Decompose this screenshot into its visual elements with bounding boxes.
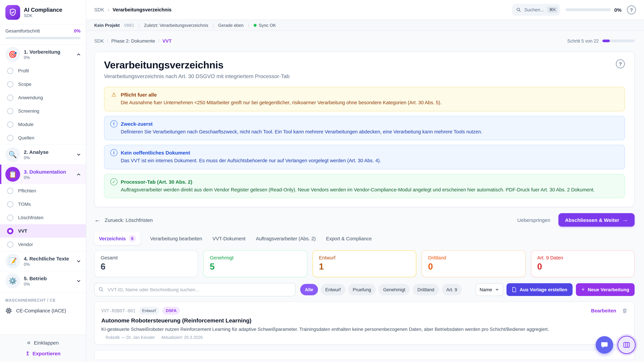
info-circle-icon: i [110,149,118,156]
page-crumb-phase[interactable]: Phase 2: Dokumente [111,38,155,43]
stat-art9: Art. 9 Daten 0 [531,251,634,277]
record-title: Autonome Robotersteuerung (Reinforcement… [101,318,628,324]
document-icon [512,287,516,293]
sidebar-item-toms[interactable]: TOMs [0,197,86,211]
chat-button[interactable] [596,336,613,354]
upload-icon: ↥ [25,350,30,357]
help-icon[interactable]: ? [627,5,636,14]
record-owner: Robotik — Dr. Jan Kessler [106,335,155,340]
chevron-down-icon [76,259,81,264]
record-status-badge: Entwurf [139,307,159,315]
complete-next-button[interactable]: Abschliessen & Weiter → [558,213,634,227]
skip-button[interactable]: Ueberspringen [517,217,550,223]
section-label: 4. Rechtliche Texte [24,256,72,262]
sync-status: Sync OK [254,23,276,28]
tab-vvt-dokument[interactable]: VVT-Dokument [212,233,246,244]
sidebar-item-pflichten[interactable]: Pflichten [0,184,86,197]
card-help-icon[interactable]: ? [616,59,625,68]
page-subtitle: Verarbeitungsverzeichnis nach Art. 30 DS… [104,73,290,79]
tab-verzeichnis[interactable]: Verzeichnis 6 [94,232,140,245]
page-title: Verarbeitungsverzeichnis [104,59,290,71]
step-circle-icon [7,201,14,207]
chip-genehmigt[interactable]: Genehmigt [378,284,410,296]
section-percent: 0% [24,175,72,180]
sidebar-item-module[interactable]: Module [0,118,86,131]
page-crumb-sdk[interactable]: SDK [94,38,104,43]
sidebar: AI Compliance SDK Gesamtfortschritt 0% 🎯… [0,0,86,362]
sidebar-item-anwendung[interactable]: Anwendung [0,91,86,104]
filter-row: Alle Entwurf Pruefung Genehmigt Drittlan… [94,283,634,297]
sidebar-item-ce-compliance[interactable]: CE-Compliance (IACE) [0,304,86,318]
floating-buttons [596,336,636,354]
sidebar-item-vendor[interactable]: Vendor [0,238,86,251]
step-circle-icon [7,108,14,114]
section-label: 1. Vorbereitung [24,49,72,55]
chip-entwurf[interactable]: Entwurf [321,284,346,296]
chip-alle[interactable]: Alle [300,284,318,296]
sort-select[interactable]: Name [476,283,503,296]
step-label: Schritt 5 von 22 [567,38,599,43]
columns-icon [623,341,630,349]
sidebar-section-vorbereitung[interactable]: 🎯 1. Vorbereitung 0% [0,44,86,64]
overall-progress-bar [5,37,80,39]
overall-progress-value: 0% [74,28,80,33]
create-from-template-button[interactable]: Aus Vorlage erstellen [506,283,572,296]
stat-gesamt: Gesamt 6 [94,251,198,277]
tab-verarbeitung-bearbeiten[interactable]: Verarbeitung bearbeiten [150,233,203,244]
breadcrumb-root[interactable]: SDK [94,7,104,12]
sidebar-item-screening[interactable]: Screening [0,104,86,118]
global-search[interactable]: Suchen... ⌘K [512,4,560,16]
new-processing-button[interactable]: + Neue Verarbeitung [576,283,634,296]
version-label: V001 [124,23,134,28]
step-circle-icon [7,241,14,248]
stat-drittland: Drittland 0 [422,251,526,277]
alert-list: ⚠ Pflicht fuer alle Die Ausnahme fuer Un… [104,87,625,198]
step-progress: Schritt 5 von 22 [567,38,634,43]
board-view-button[interactable] [618,336,636,354]
edit-record-button[interactable]: Bearbeiten [591,308,616,314]
sidebar-item-profil[interactable]: Profil [0,64,86,77]
stat-genehmigt: Genehmigt 5 [204,251,307,277]
sidebar-item-scope[interactable]: Scope [0,77,86,91]
step-circle-icon [7,94,14,101]
tab-auftragsverarbeiter[interactable]: Auftragsverarbeiter (Abs. 2) [255,233,316,244]
chip-pruefung[interactable]: Pruefung [348,284,376,296]
chevron-separator: › [108,7,109,12]
section-label: 2. Analyse [24,149,72,155]
vvt-search [94,283,296,297]
stat-entwurf: Entwurf 1 [312,251,416,277]
vvt-search-input[interactable] [94,283,296,297]
app-title: AI Compliance [24,6,62,13]
alert-zweck: i Zweck-zuerst Definieren Sie Verarbeitu… [104,116,625,140]
sidebar-item-vvt[interactable]: VVT [0,224,86,238]
sidebar-section-rechtliche-texte[interactable]: 📝 4. Rechtliche Texte 0% [0,251,86,271]
sidebar-section-betrieb[interactable]: ⚙️ 5. Betrieb 0% [0,271,86,291]
sidebar-item-quellen[interactable]: Quellen [0,131,86,144]
chip-art9[interactable]: Art. 9 [442,284,462,296]
chevron-up-icon [76,52,81,57]
section-label: 5. Betrieb [24,275,72,281]
header-progress-bar [566,8,611,11]
breadcrumb-current: Verarbeitungsverzeichnis [112,7,172,12]
export-button[interactable]: ↥ Exportieren [25,350,60,357]
record-dsfa-badge: DSFA [162,307,180,315]
gear-icon: ⚙️ [5,274,20,288]
wizard-nav-row: ← Zurueck: Löschfristen Ueberspringen Ab… [94,213,634,227]
sidebar-item-loeschfristen[interactable]: Löschfristen [0,211,86,224]
back-button[interactable]: ← Zurueck: Löschfristen [94,216,153,224]
tab-export-compliance[interactable]: Export & Compliance [325,233,372,244]
chat-bubble-icon [600,341,608,349]
sidebar-group-maschinenrecht: MASCHINENRECHT / CE [0,293,86,304]
search-placeholder: Suchen... [524,7,544,12]
tab-bar: Verzeichnis 6 Verarbeitung bearbeiten VV… [94,232,634,245]
collapse-sidebar-button[interactable]: « Einklappen [27,339,59,346]
chip-drittland[interactable]: Drittland [413,284,439,296]
sidebar-section-analyse[interactable]: 🔍 2. Analyse 0% [0,144,86,164]
sidebar-section-dokumentation[interactable]: 📋 3. Dokumentation 0% [0,164,86,184]
tab-count-badge: 6 [129,235,136,242]
section-percent: 0% [24,155,72,160]
trash-icon[interactable] [622,308,628,314]
page-bar: SDK / Phase 2: Dokumente / VVT Schritt 5… [86,31,644,51]
main-column: SDK › Verarbeitungsverzeichnis Suchen...… [86,0,644,362]
magnifier-icon: 🔍 [5,147,20,162]
